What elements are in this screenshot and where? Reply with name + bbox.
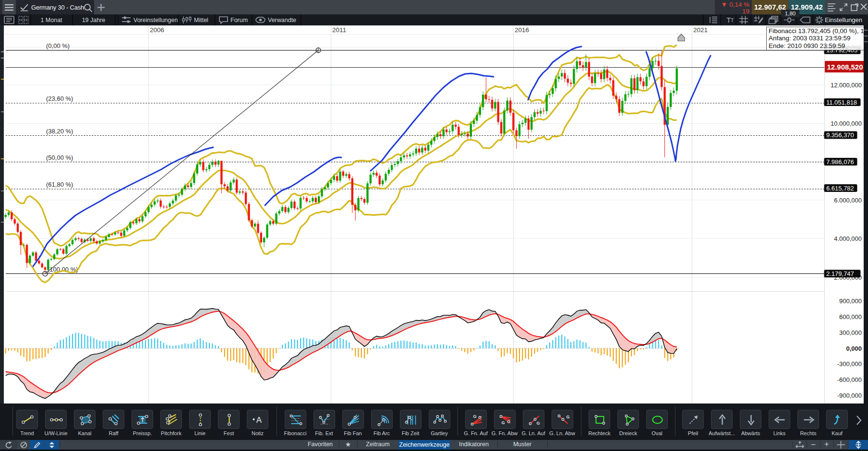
svg-text:-900,000: -900,000 <box>837 392 862 399</box>
svg-text:-600,000: -600,000 <box>837 376 862 383</box>
svg-text:(23,60 %): (23,60 %) <box>46 95 73 102</box>
svg-text:6.000,000: 6.000,000 <box>834 197 862 204</box>
svg-text:2021: 2021 <box>693 26 708 34</box>
svg-text:12.908,520: 12.908,520 <box>827 63 863 71</box>
svg-text:2011: 2011 <box>332 26 346 34</box>
svg-text:10.000,000: 10.000,000 <box>831 120 862 127</box>
svg-text:Anfang: 2003 0331 23:59:59: Anfang: 2003 0331 23:59:59 <box>769 35 850 42</box>
svg-text:600,000: 600,000 <box>839 313 862 320</box>
svg-text:(61,80 %): (61,80 %) <box>46 181 73 188</box>
svg-text:(0,00 %): (0,00 %) <box>46 42 70 49</box>
svg-text:Ende: 2010 0930 23:59:59: Ende: 2010 0930 23:59:59 <box>769 42 845 49</box>
svg-text:G: G <box>501 420 505 425</box>
svg-text:2.179,747: 2.179,747 <box>826 270 854 277</box>
svg-text:-300,000: -300,000 <box>837 360 862 368</box>
svg-text:0,000: 0,000 <box>846 345 862 352</box>
svg-text:6.615,782: 6.615,782 <box>826 185 854 192</box>
svg-text:900,000: 900,000 <box>839 297 862 305</box>
svg-text:12.000,000: 12.000,000 <box>831 82 862 89</box>
svg-text:A: A <box>256 415 262 425</box>
svg-text:2006: 2006 <box>150 26 164 34</box>
svg-text:(38,20 %): (38,20 %) <box>46 128 73 135</box>
svg-text:11.051,818: 11.051,818 <box>826 99 857 106</box>
svg-text:(50,00 %): (50,00 %) <box>46 154 73 161</box>
svg-text:2016: 2016 <box>515 26 529 34</box>
svg-text:7.986,076: 7.986,076 <box>826 158 854 166</box>
svg-text:G: G <box>566 415 569 419</box>
svg-text:300,000: 300,000 <box>839 329 862 336</box>
svg-text:4.000,000: 4.000,000 <box>834 235 862 242</box>
svg-text:9.356,370: 9.356,370 <box>826 131 854 139</box>
svg-text:G: G <box>536 421 540 426</box>
svg-text:Fibonacci 13.792,405 (0,00 %),: Fibonacci 13.792,405 (0,00 %), 1 <box>769 27 864 35</box>
svg-text:G: G <box>473 414 476 419</box>
